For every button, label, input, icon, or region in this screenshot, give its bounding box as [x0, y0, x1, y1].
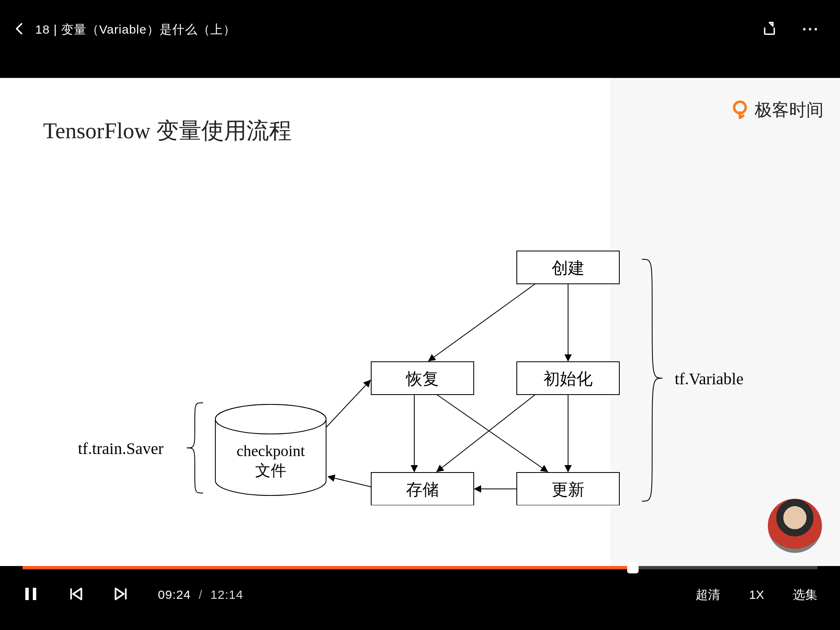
- svg-line-20: [437, 395, 535, 472]
- svg-text:存储: 存储: [406, 480, 439, 499]
- share-icon[interactable]: [761, 21, 778, 39]
- svg-line-15: [429, 284, 535, 361]
- svg-rect-25: [33, 588, 36, 600]
- node-create: 创建: [517, 251, 619, 284]
- quality-button[interactable]: 超清: [696, 587, 720, 603]
- label-saver: tf.train.Saver: [78, 439, 164, 458]
- brand-name: 极客时间: [755, 98, 824, 121]
- svg-rect-24: [25, 588, 29, 600]
- speed-button[interactable]: 1X: [749, 588, 764, 602]
- current-time: 09:24: [158, 588, 191, 601]
- node-init: 初始化: [517, 362, 619, 395]
- progress-thumb[interactable]: [627, 562, 639, 573]
- node-update: 更新: [517, 472, 619, 505]
- svg-marker-28: [116, 589, 124, 600]
- presenter-thumbnail[interactable]: [768, 499, 822, 553]
- progress-fill: [23, 566, 633, 569]
- time-display: 09:24 / 12:14: [158, 588, 243, 602]
- node-save: 存储: [371, 472, 474, 505]
- svg-marker-26: [73, 589, 81, 600]
- slide-area[interactable]: TensorFlow 变量使用流程 极客时间 tf.train: [0, 78, 840, 566]
- node-checkpoint: checkpoint 文件: [215, 404, 326, 495]
- node-restore: 恢复: [371, 362, 474, 395]
- svg-text:恢复: 恢复: [405, 370, 439, 388]
- brand-logo-icon: [730, 99, 750, 121]
- svg-text:创建: 创建: [552, 259, 584, 277]
- svg-line-22: [326, 380, 370, 427]
- next-button[interactable]: [113, 586, 129, 604]
- episodes-button[interactable]: 选集: [793, 587, 817, 603]
- svg-point-2: [215, 404, 326, 434]
- more-icon[interactable]: ···: [802, 21, 819, 38]
- svg-line-23: [328, 477, 371, 487]
- svg-text:初始化: 初始化: [543, 370, 593, 388]
- svg-text:文件: 文件: [255, 462, 286, 479]
- progress-bar[interactable]: [23, 566, 817, 569]
- back-icon[interactable]: [12, 21, 27, 38]
- flow-diagram: tf.train.Saver tf.Variable checkpoint 文件…: [43, 185, 765, 505]
- label-variable: tf.Variable: [675, 370, 744, 388]
- brand-logo-block: 极客时间: [730, 98, 824, 121]
- prev-button[interactable]: [68, 586, 84, 604]
- svg-line-18: [437, 395, 548, 472]
- video-title: 18 | 变量（Variable）是什么（上）: [35, 21, 236, 38]
- duration: 12:14: [210, 588, 243, 601]
- slide-title: TensorFlow 变量使用流程: [43, 116, 292, 146]
- top-bar: 18 | 变量（Variable）是什么（上） ···: [0, 0, 840, 78]
- svg-text:checkpoint: checkpoint: [237, 442, 305, 459]
- pause-button[interactable]: [23, 586, 39, 604]
- player-controls-bar: 09:24 / 12:14 超清 1X 选集: [0, 566, 840, 630]
- svg-text:更新: 更新: [552, 480, 584, 499]
